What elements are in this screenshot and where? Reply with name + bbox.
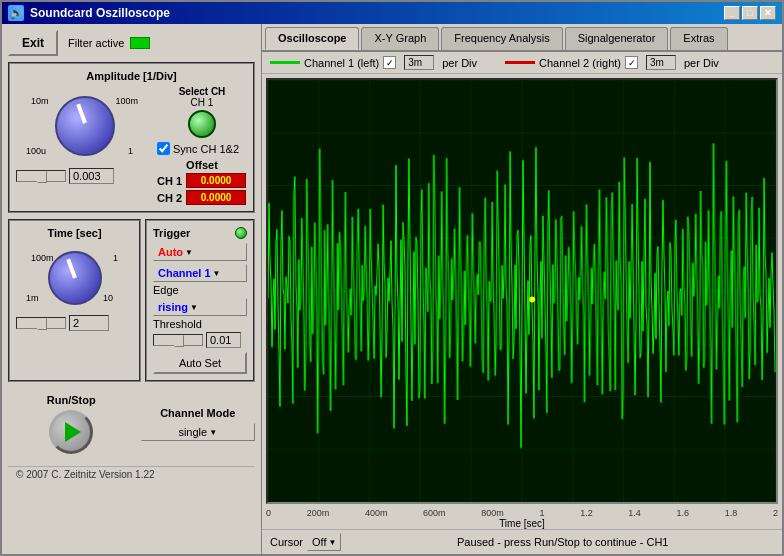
- x-label-400m: 400m: [365, 508, 388, 518]
- threshold-value[interactable]: 0.01: [206, 332, 241, 348]
- x-axis-labels: 0 200m 400m 600m 800m 1 1.2 1.4 1.6 1.8 …: [262, 508, 782, 518]
- offset-ch2-input[interactable]: 0.0000: [186, 190, 246, 205]
- ch2-line: [505, 61, 535, 64]
- offset-ch1-label: CH 1: [157, 175, 182, 187]
- top-bar: Exit Filter active: [8, 30, 255, 56]
- minimize-button[interactable]: _: [724, 6, 740, 20]
- channel-bar: Channel 1 (left) ✓ 3m per Div Channel 2 …: [262, 52, 782, 74]
- filter-label: Filter active: [68, 37, 124, 49]
- trigger-mode-label: Auto: [158, 246, 183, 258]
- ch2-per-div[interactable]: 3m: [646, 55, 676, 70]
- cursor-section: Cursor Off ▼: [270, 533, 341, 551]
- x-label-14: 1.4: [628, 508, 641, 518]
- amplitude-slider[interactable]: [16, 170, 66, 182]
- tab-frequency-analysis[interactable]: Frequency Analysis: [441, 27, 562, 50]
- footer: © 2007 C. Zeitnitz Version 1.22: [8, 466, 255, 482]
- amplitude-value[interactable]: 0.003: [69, 168, 114, 184]
- threshold-slider[interactable]: [153, 334, 203, 346]
- time-scale-bl: 1m: [26, 293, 39, 303]
- channel-mode-dropdown[interactable]: single ▼: [141, 423, 256, 441]
- run-stop-button[interactable]: [49, 410, 93, 454]
- tab-xy-graph[interactable]: X-Y Graph: [361, 27, 439, 50]
- close-button[interactable]: ✕: [760, 6, 776, 20]
- sync-label: Sync CH 1&2: [173, 143, 239, 155]
- exit-button[interactable]: Exit: [8, 30, 58, 56]
- trigger-mode-dropdown[interactable]: Auto ▼: [153, 243, 247, 261]
- amplitude-knob[interactable]: [55, 96, 115, 156]
- time-section: Time [sec] 100m 1 1m 10 2: [8, 219, 141, 382]
- time-knob[interactable]: [48, 251, 102, 305]
- ch2-bar-label: Channel 2 (right): [539, 57, 621, 69]
- sync-checkbox[interactable]: [157, 142, 170, 155]
- ch2-indicator: Channel 2 (right) ✓: [505, 56, 638, 69]
- ch1-line: [270, 61, 300, 64]
- oscilloscope-display: [266, 78, 778, 504]
- x-label-800m: 800m: [481, 508, 504, 518]
- channel-mode-arrow: ▼: [209, 428, 217, 437]
- x-label-2: 2: [773, 508, 778, 518]
- maximize-button[interactable]: □: [742, 6, 758, 20]
- edge-arrow: ▼: [190, 303, 198, 312]
- bottom-bar: Cursor Off ▼ Paused - press Run/Stop to …: [262, 529, 782, 554]
- offset-ch2-label: CH 2: [157, 192, 182, 204]
- ch1-knob[interactable]: [188, 110, 216, 138]
- x-label-600m: 600m: [423, 508, 446, 518]
- tabs-bar: Oscilloscope X-Y Graph Frequency Analysi…: [262, 24, 782, 52]
- run-stop-section: Run/Stop: [8, 388, 135, 460]
- tab-extras[interactable]: Extras: [670, 27, 727, 50]
- tab-oscilloscope[interactable]: Oscilloscope: [265, 27, 359, 50]
- x-label-1: 1: [539, 508, 544, 518]
- select-ch-label: Select CH: [157, 86, 247, 97]
- right-panel: Oscilloscope X-Y Graph Frequency Analysi…: [262, 24, 782, 554]
- cursor-value: Off: [312, 536, 326, 548]
- ch1-checkbox[interactable]: ✓: [383, 56, 396, 69]
- amplitude-title: Amplitude [1/Div]: [16, 70, 247, 82]
- run-stop-title: Run/Stop: [14, 394, 129, 406]
- ch1-per-div-unit: per Div: [442, 57, 477, 69]
- amp-scale-bl: 100u: [26, 146, 46, 156]
- cursor-label: Cursor: [270, 536, 303, 548]
- threshold-label: Threshold: [153, 318, 247, 330]
- channel-mode-section: Channel Mode single ▼: [141, 407, 256, 441]
- waveform-canvas: [268, 80, 776, 502]
- trigger-section: Trigger Auto ▼ Channel 1 ▼ Edge rising: [145, 219, 255, 382]
- tab-signal-generator[interactable]: Signalgenerator: [565, 27, 669, 50]
- auto-set-button[interactable]: Auto Set: [153, 352, 247, 374]
- edge-value: rising: [158, 301, 188, 313]
- channel-mode-title: Channel Mode: [141, 407, 256, 419]
- cursor-dropdown[interactable]: Off ▼: [307, 533, 341, 551]
- trigger-title: Trigger: [153, 227, 190, 239]
- app-icon: 🔊: [8, 5, 24, 21]
- time-scale-tr: 1: [113, 253, 118, 263]
- ch1-bar-label: Channel 1 (left): [304, 57, 379, 69]
- ch1-per-div[interactable]: 3m: [404, 55, 434, 70]
- trigger-channel-dropdown[interactable]: Channel 1 ▼: [153, 264, 247, 282]
- amp-scale-tl: 10m: [31, 96, 49, 106]
- offset-title: Offset: [157, 159, 247, 171]
- edge-dropdown[interactable]: rising ▼: [153, 298, 247, 316]
- play-icon: [65, 422, 81, 442]
- filter-led: [130, 37, 150, 49]
- x-label-16: 1.6: [677, 508, 690, 518]
- x-label-200m: 200m: [307, 508, 330, 518]
- x-label-12: 1.2: [580, 508, 593, 518]
- title-bar: 🔊 Soundcard Oszilloscope _ □ ✕: [2, 2, 782, 24]
- time-title: Time [sec]: [16, 227, 133, 239]
- trigger-led: [235, 227, 247, 239]
- ch2-checkbox[interactable]: ✓: [625, 56, 638, 69]
- left-panel: Exit Filter active Amplitude [1/Div] 10m…: [2, 24, 262, 554]
- cursor-arrow: ▼: [329, 538, 337, 547]
- offset-ch1-input[interactable]: 0.0000: [186, 173, 246, 188]
- ch1-label-amp: CH 1: [157, 97, 247, 108]
- time-scale-br: 10: [103, 293, 113, 303]
- time-slider[interactable]: [16, 317, 66, 329]
- status-text: Paused - press Run/Stop to continue - CH…: [351, 536, 774, 548]
- amp-scale-tr: 100m: [115, 96, 138, 106]
- window-title: Soundcard Oszilloscope: [30, 6, 170, 20]
- x-label-18: 1.8: [725, 508, 738, 518]
- x-axis-title: Time [sec]: [262, 518, 782, 529]
- ch2-per-div-unit: per Div: [684, 57, 719, 69]
- time-value[interactable]: 2: [69, 315, 109, 331]
- time-scale-tl: 100m: [31, 253, 54, 263]
- filter-active-area: Filter active: [68, 37, 150, 49]
